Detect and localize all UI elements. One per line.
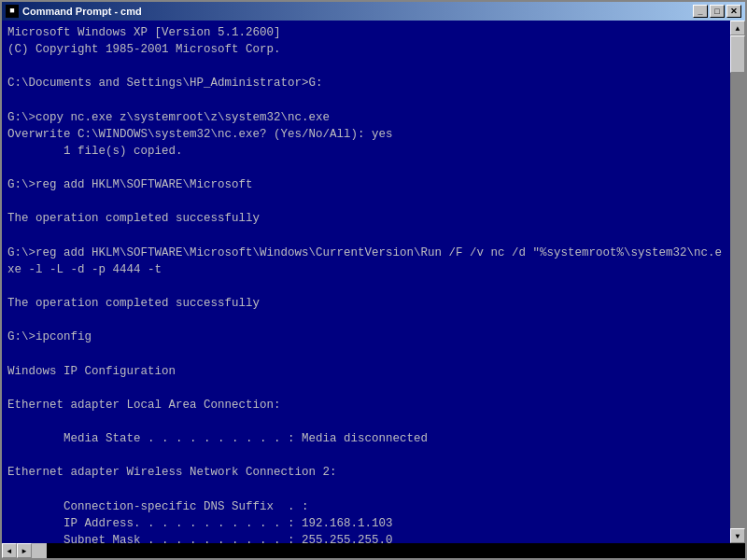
scroll-down-button[interactable]: ▼ — [730, 528, 745, 543]
main-content-area: Microsoft Windows XP [Version 5.1.2600] … — [2, 21, 745, 543]
bottom-area: ◄ ► — [2, 543, 745, 558]
window-title: Command Prompt - cmd — [22, 6, 142, 17]
console-text: Microsoft Windows XP [Version 5.1.2600] … — [7, 24, 725, 543]
title-bar-left: ■ Command Prompt - cmd — [6, 5, 142, 18]
scrollbar-corner — [32, 543, 47, 558]
close-button[interactable]: ✕ — [726, 5, 741, 18]
title-bar-buttons: _ □ ✕ — [693, 5, 741, 18]
console-output[interactable]: Microsoft Windows XP [Version 5.1.2600] … — [2, 21, 730, 543]
vertical-scrollbar[interactable]: ▲ ▼ — [730, 21, 745, 543]
maximize-button[interactable]: □ — [710, 5, 725, 18]
scroll-thumb[interactable] — [730, 35, 745, 73]
scroll-track[interactable] — [730, 35, 745, 528]
scroll-left-button[interactable]: ◄ — [2, 543, 17, 558]
title-bar: ■ Command Prompt - cmd _ □ ✕ — [2, 2, 745, 21]
minimize-button[interactable]: _ — [693, 5, 708, 18]
horizontal-scrollbar[interactable]: ◄ ► — [2, 543, 32, 558]
scroll-up-button[interactable]: ▲ — [730, 21, 745, 35]
cmd-window: ■ Command Prompt - cmd _ □ ✕ Microsoft W… — [0, 0, 747, 560]
scroll-right-button[interactable]: ► — [17, 543, 32, 558]
cmd-icon: ■ — [6, 5, 19, 18]
